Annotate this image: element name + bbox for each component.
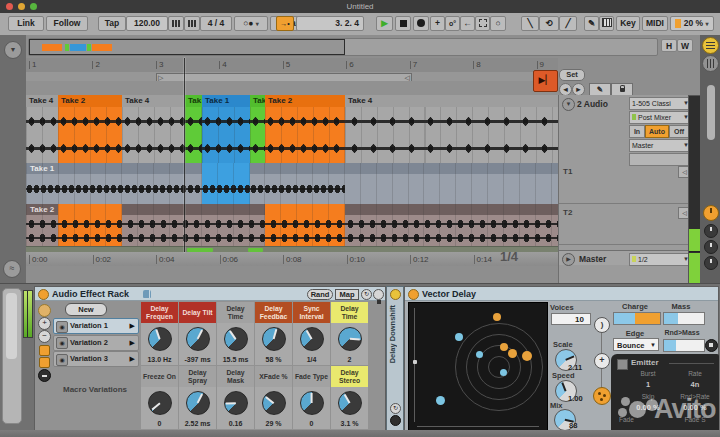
macro-knob[interactable] [338,327,362,351]
arrangement-clip[interactable]: Take 4 [26,95,58,163]
macro-knob[interactable] [338,391,362,415]
track-fold-button[interactable]: ▼ [562,98,575,111]
randomize-voices-button[interactable] [593,387,611,405]
arrangement-clip[interactable]: Take 4 [345,95,558,163]
overview-viewport[interactable] [29,39,345,55]
send-b-knob[interactable] [704,240,718,254]
voice-dot-blue[interactable] [455,333,463,341]
optimize-width-button[interactable]: W [677,39,693,52]
overview-collapse-button[interactable]: ▼ [4,41,22,59]
rnd-mass-slider[interactable] [663,339,705,352]
session-record-button[interactable]: ○ [490,16,506,31]
nudge-up-button[interactable] [184,16,200,31]
new-midi-button[interactable]: + [430,16,445,31]
metronome-button[interactable]: ○● ▾ [234,16,268,31]
pad-axis-marker[interactable] [413,360,417,364]
arrangement-clip[interactable]: Take 1 [202,95,250,163]
take-lane-1[interactable]: Take 1 [26,163,558,204]
arrangement-position-field[interactable]: 3. 2. 4 [296,16,364,31]
take-lane-label[interactable]: T1 [563,167,572,176]
macro-variation-row[interactable]: ◉Variation 3▶ [53,351,139,367]
playhead[interactable] [184,58,185,252]
device-chooser-dropdown[interactable]: 1-505 Classi▼ [629,97,691,110]
device-view-scrollbar[interactable] [2,288,22,424]
macro-delay-stereo[interactable]: Delay Stereo3.1 % [331,366,368,429]
hot-swap-icon[interactable]: ↻ [361,289,372,300]
mixer-menu-button[interactable] [702,37,719,54]
automation-mode-button[interactable]: ≈ [3,260,21,278]
tap-tempo-button[interactable]: Tap [98,16,126,31]
launch-variation-icon[interactable]: ▶ [130,322,135,330]
map-button[interactable]: Map [335,289,359,300]
rack-title-bar[interactable]: Audio Effect Rack Rand Map ↻ [35,287,385,301]
punch-out-button[interactable]: ╱ [559,16,577,31]
voice-dot-orange[interactable] [493,313,501,321]
show-macro-variations-button[interactable] [38,304,51,317]
beat-time-ruler[interactable]: 123456789 [26,58,558,73]
time-ruler[interactable]: 0:000:020:040:060:080:100:120:14 [26,252,558,266]
output-routing-dropdown[interactable]: Master▼ [629,139,691,152]
master-fold-button[interactable]: ▶ [562,253,575,266]
play-button[interactable]: ▶ [376,16,393,31]
pan-knob[interactable] [703,205,719,221]
arrangement-clip[interactable]: Tak [250,95,265,163]
device-on-led[interactable] [408,289,419,300]
macro-freeze-on[interactable]: Freeze On0 [141,366,178,429]
macro-knob[interactable] [224,391,248,415]
save-icon[interactable] [705,339,718,352]
charge-slider[interactable] [613,312,661,325]
show-chains-button[interactable] [39,357,50,368]
rnd-rate-value[interactable]: 0.00 % [673,403,717,412]
mass-slider[interactable] [663,312,705,325]
launch-variation-icon[interactable]: ▶ [130,339,135,347]
send-a-knob[interactable] [704,224,718,238]
stop-button[interactable] [395,16,411,31]
cpu-meter[interactable]: 20 % ▾ [670,16,714,31]
optimize-height-button[interactable]: H [661,39,677,52]
save-preset-icon[interactable] [390,415,401,426]
key-map-button[interactable]: Key [616,16,640,31]
listen-button[interactable]: ) [594,317,610,333]
vector-delay-title-bar[interactable]: Vector Delay [405,287,718,301]
macro-knob[interactable] [300,391,324,415]
remove-macro-button[interactable]: − [38,330,51,343]
midi-map-button[interactable]: MIDI [642,16,668,31]
track-name[interactable]: 2 Audio [577,99,608,109]
arrangement-overview[interactable] [28,38,658,56]
nudge-down-button[interactable] [168,16,184,31]
show-macros-button[interactable] [39,345,50,356]
record-button[interactable] [413,16,429,31]
voices-field[interactable]: 10 [551,313,591,325]
macro-sync-interval[interactable]: Sync Interval1/4 [293,302,330,365]
time-signature-field[interactable]: 4 / 4 [200,16,232,31]
voice-dot-orange[interactable] [522,351,532,361]
macro-knob[interactable] [300,327,324,351]
arrangement-clip[interactable]: Take 2 [265,95,345,163]
rand-button[interactable]: Rand [307,289,333,300]
voice-dot-blue[interactable] [436,396,445,405]
macro-delay-time[interactable]: Delay Time15.5 ms [217,302,254,365]
monitor-auto-button[interactable]: Auto [645,125,669,138]
macro-fade-type[interactable]: Fade Type0 [293,366,330,429]
macro-knob[interactable] [148,391,172,415]
macro-delay-spray[interactable]: Delay Spray2.52 ms [179,366,216,429]
add-macro-button[interactable]: + [38,317,51,330]
macro-knob[interactable] [224,327,248,351]
arrangement-clip[interactable]: Tak [185,95,202,163]
macro-knob[interactable] [148,327,172,351]
macro-delay-feedbac[interactable]: Delay Feedbac58 % [255,302,292,365]
macro-delay-tilt[interactable]: Delay Tilt-397 ms [179,302,216,365]
voice-dot-blue[interactable] [500,369,507,376]
macro-variation-row[interactable]: ◉Variation 1▶ [53,318,139,334]
computer-midi-keyboard-button[interactable] [599,16,614,31]
output-channel-box[interactable] [629,153,691,166]
punch-in-button[interactable]: ╲ [521,16,539,31]
send-c-knob[interactable] [704,256,718,270]
monitor-off-button[interactable]: Off [669,125,689,138]
link-button[interactable]: Link [8,16,44,31]
loop-button[interactable]: ⟲ [539,16,559,31]
take-lane-2[interactable]: Take 2 [26,204,558,246]
capture-region-button[interactable] [475,16,490,31]
device-on-led[interactable] [38,289,49,300]
edge-dropdown[interactable]: Bounce▼ [613,338,659,351]
